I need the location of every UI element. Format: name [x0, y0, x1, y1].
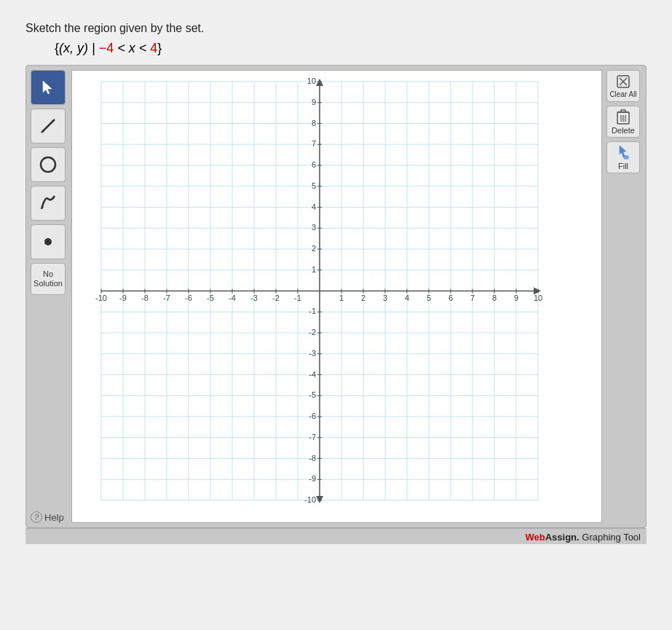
- var-xy: (x, y): [59, 41, 88, 55]
- math-expression: {(x, y) | −4 < x < 4}: [55, 41, 647, 56]
- clear-all-button[interactable]: Clear All: [606, 70, 640, 102]
- line-icon: [38, 116, 58, 136]
- right-toolbar: Clear All Delete: [605, 70, 641, 523]
- brand-web: Web: [525, 532, 545, 543]
- point-tool-button[interactable]: [31, 224, 66, 259]
- svg-marker-0: [43, 81, 52, 94]
- page-container: Sketch the region given by the set. {(x,…: [15, 15, 657, 551]
- fill-icon: [616, 144, 631, 160]
- problem-instruction: Sketch the region given by the set.: [25, 22, 647, 35]
- select-tool-button[interactable]: [31, 70, 66, 105]
- brand-suffix: Graphing Tool: [580, 532, 641, 543]
- close-brace: }: [157, 41, 162, 55]
- lt1: < x <: [114, 41, 150, 55]
- graph-area[interactable]: [71, 70, 602, 523]
- delete-button[interactable]: Delete: [606, 106, 640, 138]
- circle-tool-button[interactable]: [31, 147, 66, 182]
- fill-label: Fill: [618, 162, 628, 170]
- pos4: 4: [150, 41, 157, 55]
- fill-button[interactable]: Fill: [606, 141, 640, 173]
- circle-icon: [38, 154, 58, 175]
- delete-icon: [617, 109, 630, 125]
- parabola-icon: [38, 193, 58, 213]
- line-tool-button[interactable]: [31, 109, 66, 143]
- footer-bar: WebAssign. Graphing Tool: [25, 528, 647, 544]
- delete-label: Delete: [612, 126, 635, 135]
- help-label: Help: [44, 512, 64, 523]
- graph-canvas[interactable]: [72, 71, 553, 522]
- clear-all-icon: [616, 74, 631, 89]
- svg-point-19: [623, 155, 629, 160]
- point-icon: [38, 232, 58, 252]
- no-solution-button[interactable]: NoSolution: [31, 263, 66, 295]
- no-solution-label: NoSolution: [33, 269, 63, 288]
- svg-point-7: [44, 238, 52, 245]
- help-button[interactable]: ? Help: [31, 508, 68, 523]
- left-toolbar: NoSolution ? Help: [31, 70, 68, 523]
- parabola-tool-button[interactable]: [31, 186, 66, 221]
- graphing-tool: NoSolution ? Help Clear All: [25, 65, 647, 528]
- help-icon: ?: [31, 511, 42, 523]
- neg4: −4: [99, 41, 114, 55]
- pipe: |: [88, 41, 99, 55]
- svg-point-4: [41, 157, 55, 172]
- arrow-icon: [40, 79, 56, 95]
- brand-assign: Assign.: [545, 532, 580, 543]
- clear-all-label: Clear All: [609, 90, 636, 98]
